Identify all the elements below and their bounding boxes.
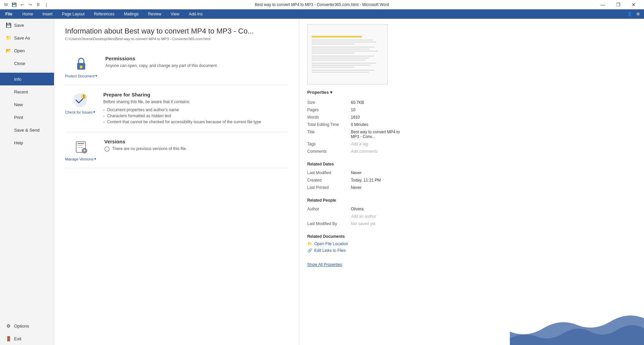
- prop-words-label: Words: [307, 114, 351, 121]
- sidebar-item-print-label: Print: [14, 115, 23, 120]
- insert-tab[interactable]: Insert: [38, 9, 57, 19]
- prop-size-label: Size: [307, 99, 351, 106]
- permissions-content: Permissions Anyone can open, copy, and c…: [105, 56, 288, 71]
- prop-last-modified-by: Last Modified By Not saved yet: [307, 220, 409, 227]
- redo-icon[interactable]: ↪: [27, 1, 34, 8]
- versions-content: Versions i There are no previous version…: [104, 139, 288, 154]
- sidebar-item-options-label: Options: [14, 324, 29, 329]
- sidebar-item-exit[interactable]: 🚪 Exit: [0, 332, 54, 345]
- sidebar-item-close[interactable]: Close: [0, 57, 54, 70]
- prop-words: Words 1810: [307, 114, 409, 121]
- sharing-title: Prepare for Sharing: [103, 92, 288, 97]
- related-dates-header: Related Dates: [307, 162, 409, 166]
- sidebar-item-help[interactable]: Help: [0, 136, 54, 149]
- versions-section: Manage Versions ▾ Versions i There are n…: [65, 132, 288, 168]
- save-quick-icon[interactable]: 💾: [11, 1, 17, 8]
- sharing-content: Prepare for Sharing Before sharing this …: [103, 92, 288, 125]
- prop-last-modified-by-value: Not saved yet: [351, 220, 409, 227]
- sidebar-item-new-label: New: [14, 102, 23, 107]
- properties-table: Size 60.7KB Pages 10 Words 1810 Total Ed…: [307, 99, 409, 155]
- permissions-section: Protect Document ▾ Permissions Anyone ca…: [65, 49, 288, 85]
- review-tab[interactable]: Review: [143, 9, 166, 19]
- edit-links-to-files-link[interactable]: 🔗 Edit Links to Files: [307, 248, 409, 253]
- protect-document-button[interactable]: Protect Document ▾: [65, 56, 97, 78]
- prop-last-modified-label: Last Modified: [307, 169, 351, 177]
- check-issues-label: Check for Issues ▾: [65, 110, 95, 114]
- svg-text:i: i: [107, 148, 107, 151]
- sidebar-item-save-as-label: Save As: [14, 36, 30, 41]
- manage-versions-button[interactable]: Manage Versions ▾: [65, 139, 96, 161]
- properties-header[interactable]: Properties ▾: [307, 90, 409, 95]
- word-icon: W: [3, 1, 9, 8]
- sidebar-item-print[interactable]: Print: [0, 111, 54, 124]
- page-title: Information about Best way to convert MP…: [65, 27, 288, 36]
- check-issues-icon: !: [72, 92, 89, 109]
- prop-title: Title Best way to convert MP4 to MP3 - C…: [307, 128, 409, 140]
- recent-icon: [5, 89, 11, 95]
- check-issues-button[interactable]: ! Check for Issues ▾: [65, 92, 95, 114]
- svg-rect-7: [77, 145, 83, 146]
- prop-editing-time-label: Total Editing Time: [307, 121, 351, 128]
- restore-button[interactable]: ❐: [610, 0, 626, 9]
- sidebar-item-exit-label: Exit: [14, 336, 21, 341]
- sidebar-item-save-send[interactable]: Save & Send: [0, 124, 54, 136]
- info-icon: [5, 76, 11, 82]
- prop-pages-value: 10: [351, 106, 409, 114]
- prop-comments-value[interactable]: Add comments: [351, 148, 409, 155]
- prop-comments[interactable]: Comments Add comments: [307, 148, 409, 155]
- lock-icon: [73, 56, 90, 72]
- prop-add-author-value[interactable]: Add an author: [351, 213, 409, 220]
- open-icon: 📂: [5, 48, 11, 54]
- show-all-properties-link[interactable]: Show All Properties: [307, 262, 342, 267]
- sidebar-item-options[interactable]: ⚙ Options: [0, 320, 54, 332]
- prop-size-value: 60.7KB: [351, 99, 409, 106]
- sidebar-item-recent-label: Recent: [14, 89, 28, 94]
- more-quick-icon[interactable]: |: [43, 1, 50, 8]
- page-layout-tab[interactable]: Page Layout: [57, 9, 89, 19]
- title-bar: W 💾 ↩ ↪ B | Best way to convert MP4 to M…: [0, 0, 644, 9]
- add-ins-tab[interactable]: Add-Ins: [184, 9, 207, 19]
- sidebar-item-save-as[interactable]: 📁 Save As: [0, 31, 54, 44]
- sidebar-item-open[interactable]: 📂 Open: [0, 44, 54, 57]
- svg-rect-6: [77, 143, 84, 144]
- prop-title-value: Best way to convert MP4 to MP3 - Conv...: [351, 128, 409, 140]
- svg-rect-1: [80, 66, 83, 68]
- bullet-1: Document properties and author's name: [103, 107, 288, 113]
- manage-versions-label: Manage Versions ▾: [65, 157, 96, 161]
- folder-icon: 📁: [307, 242, 312, 246]
- prop-last-modified: Last Modified Never: [307, 169, 409, 177]
- sidebar-item-save[interactable]: 💾 Save: [0, 19, 54, 31]
- close-button[interactable]: ✕: [626, 0, 641, 9]
- undo-icon[interactable]: ↩: [19, 1, 25, 8]
- prop-tags-value[interactable]: Add a tag: [351, 140, 409, 148]
- sidebar-item-close-label: Close: [14, 61, 25, 66]
- prop-title-label: Title: [307, 128, 351, 140]
- sidebar-item-open-label: Open: [14, 48, 25, 53]
- sharing-section: ! Check for Issues ▾ Prepare for Sharing…: [65, 85, 288, 132]
- options-icon: ⚙: [5, 323, 11, 329]
- user-icon[interactable]: 👤: [626, 11, 634, 17]
- references-tab[interactable]: References: [89, 9, 119, 19]
- prop-last-printed-value: Never: [351, 184, 409, 191]
- sidebar-item-recent[interactable]: Recent: [0, 85, 54, 98]
- close-sidebar-icon: [5, 60, 11, 66]
- view-tab[interactable]: View: [166, 9, 184, 19]
- mailings-tab[interactable]: Mailings: [119, 9, 143, 19]
- sharing-bullets: Document properties and author's name Ch…: [103, 107, 288, 125]
- sidebar-item-new[interactable]: New: [0, 98, 54, 111]
- prop-tags[interactable]: Tags Add a tag: [307, 140, 409, 148]
- info-panel: Information about Best way to convert MP…: [54, 19, 299, 345]
- minimize-button[interactable]: —: [595, 0, 610, 9]
- sidebar-item-info[interactable]: Info: [0, 73, 54, 85]
- open-file-location-link[interactable]: 📁 Open File Location: [307, 242, 409, 246]
- share-icon[interactable]: ⚙: [635, 11, 641, 17]
- sidebar: 💾 Save 📁 Save As 📂 Open Close Info Recen…: [0, 19, 54, 345]
- quick-access-toolbar: W 💾 ↩ ↪ B |: [3, 1, 50, 8]
- file-tab[interactable]: File: [0, 9, 18, 19]
- link-icon: 🔗: [307, 248, 312, 253]
- bold-quick-icon[interactable]: B: [35, 1, 42, 8]
- svg-rect-8: [77, 147, 84, 148]
- sidebar-item-help-label: Help: [14, 140, 23, 145]
- home-tab[interactable]: Home: [18, 9, 38, 19]
- prop-add-author[interactable]: Add an author: [307, 213, 409, 220]
